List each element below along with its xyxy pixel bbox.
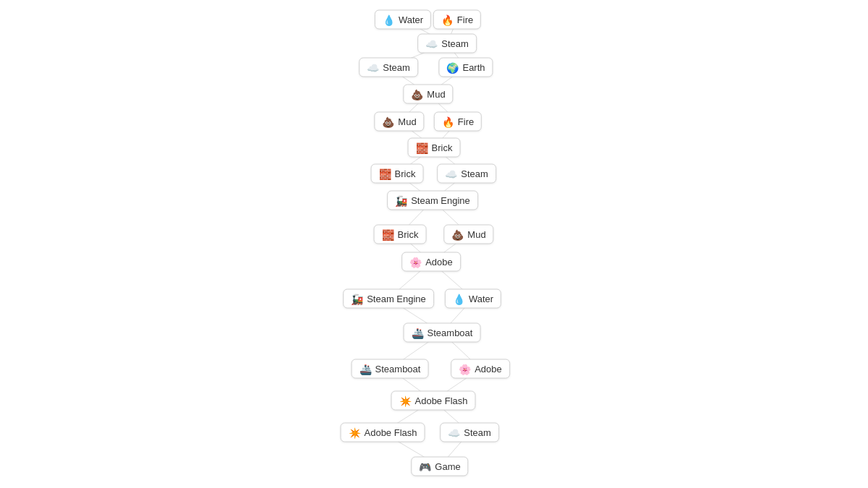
- node-brick3[interactable]: 🧱Brick: [374, 225, 427, 244]
- node-label-adobe1: Adobe: [425, 257, 453, 267]
- node-label-water2: Water: [469, 294, 493, 304]
- node-adobeflash2[interactable]: ✴️Adobe Flash: [341, 423, 425, 442]
- node-icon-steam1: ☁️: [425, 38, 438, 48]
- node-mud2[interactable]: 💩Mud: [374, 112, 424, 132]
- node-steamengine1[interactable]: 🚂Steam Engine: [387, 191, 478, 210]
- node-label-steamboat2: Steamboat: [375, 364, 421, 374]
- node-steam2[interactable]: ☁️Steam: [359, 58, 418, 77]
- node-label-earth1: Earth: [462, 62, 485, 73]
- node-game1[interactable]: 🎮Game: [411, 457, 468, 476]
- node-icon-steam3: ☁️: [445, 168, 457, 179]
- node-icon-fire1: 🔥: [441, 14, 454, 25]
- node-icon-adobeflash1: ✴️: [399, 395, 412, 406]
- node-label-adobeflash1: Adobe Flash: [415, 395, 468, 406]
- node-label-steam4: Steam: [464, 427, 491, 438]
- graph-canvas: 💧Water🔥Fire☁️Steam☁️Steam🌍Earth💩Mud💩Mud🔥…: [0, 0, 868, 488]
- node-label-steam1: Steam: [441, 38, 469, 49]
- node-icon-game1: 🎮: [419, 461, 431, 471]
- node-steamengine2[interactable]: 🚂Steam Engine: [343, 289, 434, 309]
- node-icon-water1: 💧: [383, 14, 395, 25]
- node-brick2[interactable]: 🧱Brick: [371, 164, 424, 184]
- node-fire1[interactable]: 🔥Fire: [433, 10, 481, 30]
- node-label-steamengine1: Steam Engine: [411, 195, 470, 206]
- node-steam3[interactable]: ☁️Steam: [437, 164, 496, 184]
- node-icon-mud3: 💩: [451, 229, 464, 239]
- node-label-brick3: Brick: [398, 229, 419, 240]
- node-icon-fire2: 🔥: [442, 116, 454, 127]
- node-icon-earth1: 🌍: [446, 62, 459, 72]
- connection-lines: [0, 0, 868, 488]
- node-mud1[interactable]: 💩Mud: [403, 85, 453, 104]
- node-label-steamboat1: Steamboat: [427, 328, 473, 338]
- node-icon-brick1: 🧱: [416, 142, 428, 153]
- node-fire2[interactable]: 🔥Fire: [434, 112, 482, 132]
- node-water1[interactable]: 💧Water: [375, 10, 431, 30]
- node-icon-adobe1: 🌸: [409, 257, 422, 267]
- node-label-brick1: Brick: [432, 142, 453, 153]
- node-icon-steam4: ☁️: [448, 427, 460, 437]
- node-icon-steamboat2: 🚢: [359, 364, 372, 374]
- node-label-brick2: Brick: [395, 168, 416, 179]
- node-mud3[interactable]: 💩Mud: [443, 225, 493, 244]
- node-steamboat2[interactable]: 🚢Steamboat: [352, 359, 429, 379]
- node-icon-water2: 💧: [453, 294, 465, 304]
- node-label-fire2: Fire: [458, 116, 474, 127]
- node-label-steam2: Steam: [383, 62, 410, 73]
- node-icon-steam2: ☁️: [367, 62, 379, 72]
- node-icon-steamboat1: 🚢: [412, 328, 424, 338]
- node-steamboat1[interactable]: 🚢Steamboat: [404, 323, 481, 343]
- node-label-mud2: Mud: [398, 116, 416, 127]
- node-steam4[interactable]: ☁️Steam: [440, 423, 499, 442]
- node-earth1[interactable]: 🌍Earth: [438, 58, 493, 77]
- node-icon-mud2: 💩: [382, 116, 394, 127]
- node-adobe1[interactable]: 🌸Adobe: [401, 252, 461, 272]
- node-adobe2[interactable]: 🌸Adobe: [451, 359, 510, 379]
- node-icon-steamengine1: 🚂: [395, 195, 407, 205]
- node-icon-brick2: 🧱: [379, 168, 391, 179]
- node-adobeflash1[interactable]: ✴️Adobe Flash: [391, 391, 476, 411]
- node-steam1[interactable]: ☁️Steam: [417, 34, 477, 53]
- node-icon-mud1: 💩: [411, 89, 423, 99]
- node-label-water1: Water: [399, 14, 423, 25]
- node-label-mud1: Mud: [427, 89, 445, 100]
- node-label-fire1: Fire: [457, 14, 473, 25]
- node-brick1[interactable]: 🧱Brick: [408, 138, 461, 158]
- node-label-mud3: Mud: [467, 229, 485, 240]
- node-icon-adobe2: 🌸: [459, 364, 471, 374]
- node-label-adobeflash2: Adobe Flash: [365, 427, 417, 438]
- node-icon-brick3: 🧱: [382, 229, 394, 239]
- node-label-steam3: Steam: [461, 168, 488, 179]
- node-label-game1: Game: [435, 461, 460, 472]
- node-water2[interactable]: 💧Water: [445, 289, 501, 309]
- node-label-adobe2: Adobe: [475, 364, 502, 374]
- node-icon-steamengine2: 🚂: [351, 294, 363, 304]
- node-icon-adobeflash2: ✴️: [349, 427, 361, 437]
- node-label-steamengine2: Steam Engine: [367, 294, 426, 304]
